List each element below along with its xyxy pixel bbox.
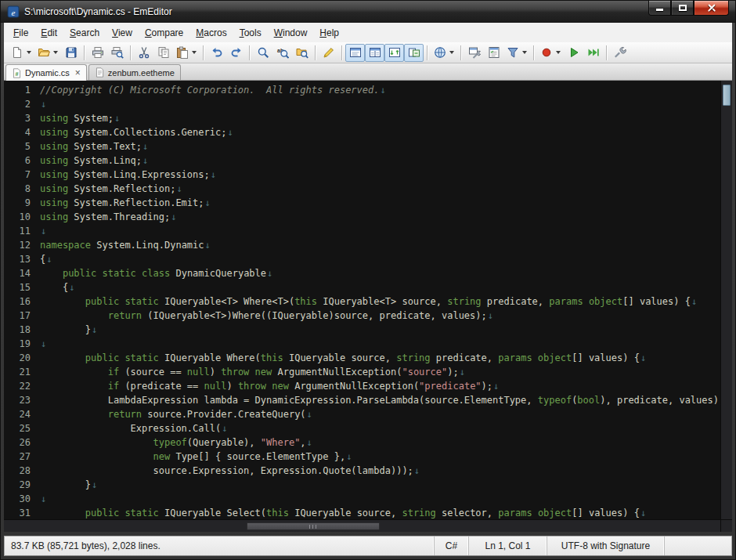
code-line[interactable]: 26 typeof(Queryable), "Where",↓ bbox=[4, 435, 720, 450]
save-button[interactable] bbox=[61, 44, 81, 62]
line-number: 20 bbox=[4, 351, 35, 365]
code-line[interactable]: 9using System.Reflection.Emit;↓ bbox=[4, 196, 720, 210]
browser-preview-dropdown-arrow-icon[interactable] bbox=[449, 51, 454, 54]
copy-button[interactable] bbox=[153, 44, 173, 62]
code-line[interactable]: 15 {↓ bbox=[4, 280, 720, 294]
title-bar[interactable]: e S:\microsoft\Dynamic.cs - EmEditor bbox=[1, 1, 735, 23]
code-line[interactable]: 5using System.Text;↓ bbox=[4, 139, 720, 154]
new-dropdown-arrow-icon[interactable] bbox=[27, 51, 31, 54]
status-syntax-mode[interactable]: C# bbox=[434, 537, 468, 555]
code-line[interactable]: 19↓ bbox=[4, 337, 720, 351]
tab-zenbum-eetheme[interactable]: zenbum.eetheme bbox=[88, 64, 181, 80]
paste-dropdown-arrow-icon[interactable] bbox=[192, 51, 197, 54]
code-line[interactable]: 11↓ bbox=[4, 224, 720, 238]
replace-button[interactable]: ab bbox=[272, 44, 292, 62]
macro-config-button[interactable] bbox=[610, 44, 630, 62]
code-line[interactable]: 12namespace System.Linq.Dynamic↓ bbox=[4, 238, 720, 252]
code-line[interactable]: 1//Copyright (C) Microsoft Corporation. … bbox=[4, 83, 720, 97]
minimize-button[interactable] bbox=[648, 1, 671, 16]
line-number: 9 bbox=[4, 196, 35, 210]
properties-button[interactable] bbox=[484, 44, 503, 62]
filter-dropdown-arrow-icon[interactable] bbox=[522, 51, 527, 54]
record-macro-dropdown-arrow-icon[interactable] bbox=[556, 51, 561, 54]
emeditor-app-icon: e bbox=[7, 5, 20, 18]
code-line[interactable]: 6using System.Linq;↓ bbox=[4, 154, 720, 168]
find-in-files-button[interactable] bbox=[292, 44, 312, 62]
newline-mark-icon: ↓ bbox=[210, 169, 216, 180]
code-line[interactable]: 10using System.Threading;↓ bbox=[4, 210, 720, 224]
filter-button[interactable] bbox=[503, 44, 530, 62]
vertical-scrollbar-thumb[interactable] bbox=[723, 85, 731, 106]
compare-windows-button[interactable] bbox=[404, 44, 424, 62]
close-button[interactable] bbox=[694, 1, 729, 16]
menu-view[interactable]: View bbox=[106, 24, 139, 42]
sync-scroll-button[interactable] bbox=[384, 44, 404, 62]
print-preview-button[interactable] bbox=[107, 44, 127, 62]
vertical-scrollbar[interactable] bbox=[720, 81, 732, 519]
line-text: using System.Linq;↓ bbox=[35, 154, 148, 168]
code-line[interactable]: 24 return source.Provider.CreateQuery(↓ bbox=[4, 407, 720, 421]
find-button[interactable] bbox=[253, 44, 272, 62]
highlight-button[interactable] bbox=[319, 44, 338, 62]
menu-edit[interactable]: Edit bbox=[34, 24, 63, 42]
open-button[interactable] bbox=[34, 44, 61, 62]
code-line[interactable]: 29 }↓ bbox=[4, 478, 720, 492]
horizontal-scrollbar-thumb[interactable] bbox=[247, 522, 380, 530]
record-macro-button[interactable] bbox=[537, 44, 564, 62]
redo-button[interactable] bbox=[226, 44, 246, 62]
maximize-button[interactable] bbox=[671, 1, 694, 16]
print-button[interactable] bbox=[88, 44, 107, 62]
horizontal-scrollbar[interactable] bbox=[4, 519, 720, 532]
menu-window[interactable]: Window bbox=[268, 24, 314, 42]
newline-mark-icon: ↓ bbox=[204, 197, 211, 208]
code-line[interactable]: 18 }↓ bbox=[4, 323, 720, 337]
code-line[interactable]: 7using System.Linq.Expressions;↓ bbox=[4, 168, 720, 182]
undo-button[interactable] bbox=[207, 44, 226, 62]
code-line[interactable]: 13{↓ bbox=[4, 252, 720, 266]
customize-button[interactable] bbox=[464, 44, 484, 62]
code-line[interactable]: 22 if (predicate == null) throw new Argu… bbox=[4, 379, 720, 393]
html-bar-button[interactable] bbox=[345, 44, 365, 62]
code-line[interactable]: 30↓ bbox=[4, 492, 720, 506]
paste-button[interactable] bbox=[173, 44, 200, 62]
browser-preview-button[interactable] bbox=[431, 44, 457, 62]
code-line[interactable]: 16 public static IQueryable<T> Where<T>(… bbox=[4, 294, 720, 309]
line-number: 1 bbox=[4, 83, 35, 97]
newline-mark-icon: ↓ bbox=[691, 296, 697, 307]
newline-mark-icon: ↓ bbox=[40, 226, 46, 237]
code-line[interactable]: 21 if (source == null) throw new Argumen… bbox=[4, 365, 720, 379]
code-line[interactable]: 4using System.Collections.Generic;↓ bbox=[4, 125, 720, 139]
tab-dynamic-cs[interactable]: #Dynamic.cs× bbox=[5, 64, 87, 81]
new-button[interactable] bbox=[8, 44, 34, 62]
status-encoding[interactable]: UTF-8 with Signature bbox=[547, 537, 664, 555]
code-line[interactable]: 28 source.Expression, Expression.Quote(l… bbox=[4, 464, 720, 478]
toolbar: ab bbox=[4, 42, 732, 63]
status-caret-position[interactable]: Ln 1, Col 1 bbox=[468, 537, 547, 555]
menu-search[interactable]: Search bbox=[63, 24, 106, 42]
code-line[interactable]: 8using System.Reflection;↓ bbox=[4, 182, 720, 196]
code-line[interactable]: 17 return (IQueryable<T>)Where((IQueryab… bbox=[4, 309, 720, 323]
code-line[interactable]: 2↓ bbox=[4, 97, 720, 111]
menu-macros[interactable]: Macros bbox=[189, 24, 233, 42]
code-line[interactable]: 31 public static IQueryable Select(this … bbox=[4, 506, 720, 519]
newline-mark-icon: ↓ bbox=[170, 211, 176, 222]
menu-file[interactable]: File bbox=[7, 24, 34, 42]
code-line[interactable]: 25 Expression.Call(↓ bbox=[4, 421, 720, 435]
code-line[interactable]: 23 LambdaExpression lambda = DynamicExpr… bbox=[4, 393, 720, 407]
code-line[interactable]: 20 public static IQueryable Where(this I… bbox=[4, 351, 720, 365]
code-line[interactable]: 3using System;↓ bbox=[4, 111, 720, 125]
code-area[interactable]: 1//Copyright (C) Microsoft Corporation. … bbox=[4, 81, 720, 519]
cut-button[interactable] bbox=[134, 44, 153, 62]
run-macro-button[interactable] bbox=[583, 44, 603, 62]
tab-close-icon[interactable]: × bbox=[73, 68, 81, 78]
line-text: using System;↓ bbox=[35, 111, 120, 125]
split-window-button[interactable] bbox=[365, 44, 384, 62]
play-macro-button[interactable] bbox=[564, 44, 583, 62]
open-dropdown-arrow-icon[interactable] bbox=[53, 51, 58, 54]
line-text: using System.Text;↓ bbox=[35, 139, 148, 154]
menu-tools[interactable]: Tools bbox=[233, 24, 268, 42]
code-line[interactable]: 27 new Type[] { source.ElementType },↓ bbox=[4, 450, 720, 464]
code-line[interactable]: 14 public static class DynamicQueryable↓ bbox=[4, 266, 720, 280]
menu-help[interactable]: Help bbox=[313, 24, 345, 42]
menu-compare[interactable]: Compare bbox=[139, 24, 189, 42]
